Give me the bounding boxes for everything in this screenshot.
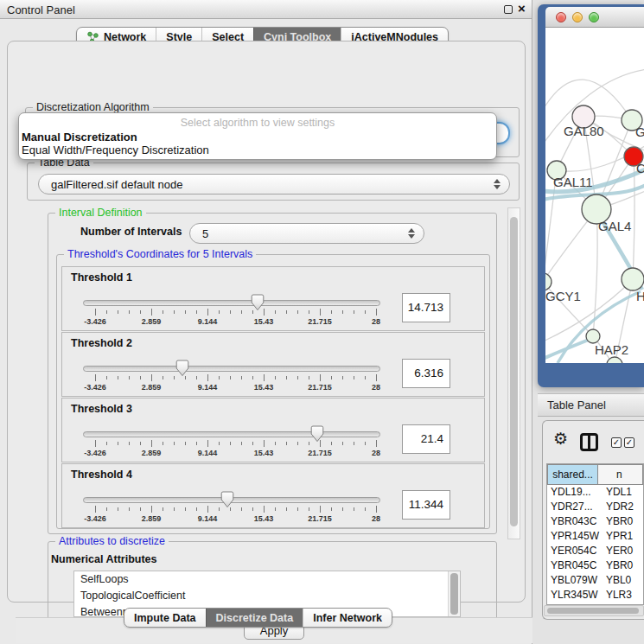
tab-discretize-data[interactable]: Discretize Data (206, 609, 303, 627)
slider-tick (365, 442, 366, 445)
table-row[interactable]: YLR345W YLR3 (547, 588, 643, 603)
threshold-value-field[interactable]: 11.344 (402, 490, 450, 520)
num-intervals-combobox[interactable]: 5 (189, 223, 424, 244)
slider-tick (106, 310, 107, 314)
slider-tick (365, 376, 366, 379)
table-data-combobox[interactable]: galFiltered.sif default node (38, 174, 510, 194)
slider-tick (196, 310, 197, 314)
scrollbar-thumb[interactable] (547, 608, 639, 614)
combobox-value: galFiltered.sif default node (51, 178, 182, 191)
float-window-icon[interactable] (504, 5, 513, 14)
cell-shared-name[interactable]: YDR27... (547, 500, 600, 514)
combobox-value: 5 (202, 227, 208, 240)
slider-tick (196, 376, 197, 379)
columns-icon[interactable] (580, 433, 598, 451)
slider-tick (185, 442, 186, 445)
cell-shared-name[interactable]: YBR045C (547, 558, 600, 573)
table-row[interactable]: YDR27... YDR2 (547, 500, 643, 514)
minimize-traffic-light-icon[interactable] (572, 12, 583, 22)
tab-infer-network[interactable]: Infer Network (303, 609, 392, 627)
slider-tick (174, 507, 175, 511)
cell-name[interactable]: YBR0 (600, 514, 643, 529)
cell-name[interactable]: YDR2 (600, 500, 643, 514)
node-label: HAP2 (595, 342, 628, 357)
table-horizontal-scrollbar[interactable] (544, 605, 644, 616)
table-row[interactable]: YER054C YER0 (547, 544, 643, 558)
slider-handle[interactable] (175, 360, 189, 377)
popup-item-equal-width-frequency[interactable]: Equal Width/Frequency Discretization (22, 143, 209, 156)
node-label: GAL11 (553, 175, 593, 189)
network-node-hap2[interactable] (586, 329, 600, 343)
cell-shared-name[interactable]: YBR043C (547, 514, 600, 529)
network-window-titlebar[interactable] (545, 7, 644, 28)
slider-tick (376, 309, 377, 316)
cell-name[interactable]: YDL1 (600, 485, 643, 500)
slider-tick-label: 28 (372, 514, 380, 523)
network-node-gcy1[interactable] (545, 273, 552, 290)
cell-shared-name[interactable]: YBL079W (547, 573, 600, 588)
slider-tick (264, 440, 265, 447)
cell-name[interactable]: YLR3 (600, 588, 643, 603)
close-traffic-light-icon[interactable] (556, 12, 566, 22)
threshold-list: Threshold 1 -3.4262.8599.14415.4321.7152… (61, 266, 485, 529)
slider-tick (342, 507, 343, 511)
tab-label: Impute Data (134, 612, 196, 624)
table-row[interactable]: YBR043C YBR0 (547, 514, 643, 529)
gear-icon[interactable]: ⚙ (553, 430, 568, 447)
list-scrollbar[interactable] (448, 571, 460, 616)
cell-name[interactable]: YER0 (600, 544, 643, 558)
slider-tick (151, 374, 152, 381)
table-panel-titlebar: Table Panel (538, 393, 644, 417)
cell-shared-name[interactable]: YER054C (547, 544, 600, 558)
slider-handle[interactable] (220, 491, 234, 508)
tab-impute-data[interactable]: Impute Data (124, 609, 206, 627)
slider-tick (163, 310, 163, 314)
cell-shared-name[interactable]: YLR345W (547, 588, 600, 603)
threshold-value-field[interactable]: 21.4 (402, 424, 450, 454)
checkbox-icon[interactable]: ✓ (624, 437, 634, 448)
network-canvas[interactable]: GAL80 G C GAL11 GAL4 GCY1 H HAP2 (545, 28, 644, 363)
slider-tick (342, 310, 343, 314)
table-data-group: Table Data galFiltered.sif default node (27, 163, 520, 201)
combobox-spinner-icon (494, 179, 501, 189)
cell-shared-name[interactable]: YPR145W (547, 529, 600, 544)
cell-name[interactable]: YPR1 (600, 529, 643, 544)
table-row[interactable]: YDL19... YDL1 (547, 485, 643, 500)
close-icon[interactable]: × (518, 1, 526, 16)
slider-tick (286, 376, 287, 379)
slider-tick (354, 507, 354, 511)
slider-handle[interactable] (310, 425, 324, 443)
slider-tick (118, 442, 118, 445)
list-item[interactable]: TopologicalCoefficient (74, 588, 460, 604)
checkbox-icon[interactable]: ✓ (611, 437, 622, 448)
threshold-value-field[interactable]: 6.316 (402, 359, 450, 388)
cell-name[interactable]: YBR0 (600, 558, 643, 573)
slider-tick (354, 376, 354, 379)
cell-shared-name[interactable]: YDL19... (547, 485, 600, 500)
list-item[interactable]: SelfLoops (74, 571, 460, 588)
node-table: shared... n YDL19... YDL1 YDR27... YDR2 … (546, 463, 644, 605)
column-header-name[interactable]: n (598, 464, 643, 485)
scrollbar-thumb[interactable] (450, 573, 458, 615)
table-row[interactable]: YBL079W YBL0 (547, 573, 643, 588)
zoom-traffic-light-icon[interactable] (589, 12, 599, 22)
settings-vertical-scrollbar[interactable] (507, 207, 520, 539)
slider-tick-label: 21.715 (308, 449, 332, 457)
slider-tick (196, 507, 197, 511)
popup-item-manual-discretization[interactable]: Manual Discretization (22, 131, 137, 143)
slider-tick (309, 376, 309, 379)
cell-name[interactable]: YBL0 (600, 573, 643, 588)
slider-handle[interactable] (251, 294, 265, 311)
scrollbar-thumb[interactable] (510, 217, 518, 526)
slider-tick (331, 376, 332, 379)
column-header-shared-name[interactable]: shared... (547, 464, 598, 485)
slider-tick (118, 376, 118, 379)
table-row[interactable]: YPR145W YPR1 (547, 529, 643, 544)
slider-tick (241, 507, 242, 511)
table-row[interactable]: YBR045C YBR0 (547, 558, 643, 573)
network-node-h[interactable] (622, 268, 644, 290)
cyni-bottom-tab-bar: Impute Data Discretize Data Infer Networ… (124, 608, 392, 628)
slider-tick-label: 21.715 (308, 317, 332, 326)
threshold-value-field[interactable]: 14.713 (402, 293, 450, 322)
slider-tick (106, 376, 107, 379)
